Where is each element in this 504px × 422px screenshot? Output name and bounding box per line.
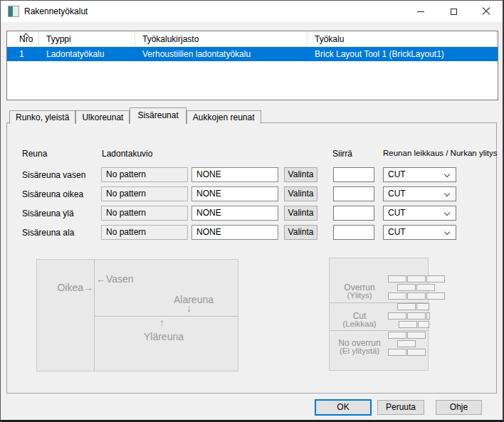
tool-list-cell: 1 (7, 49, 39, 59)
maximize-icon (451, 9, 457, 15)
tab-runko-yleistä[interactable]: Runko, yleistä (9, 110, 75, 124)
chevron-down-icon (444, 191, 450, 196)
label-alareuna: Alareuna (158, 294, 229, 305)
edge-row-label: Sisäreuna vasen (22, 170, 85, 180)
tool-list-column-header[interactable]: Tyyppi (39, 31, 135, 46)
tab-aukkojen-reunat[interactable]: Aukkojen reunat (187, 110, 261, 124)
column-header-label: Työkalukirjasto (142, 34, 199, 44)
minimize-button[interactable] (404, 1, 437, 22)
brick (399, 321, 417, 328)
valinta-button[interactable]: Valinta (284, 225, 317, 240)
cancel-button[interactable]: Peruuta (377, 400, 424, 415)
pattern-library-field: NONE (191, 167, 278, 182)
column-header-ladontakuvio: Ladontakuvio (102, 149, 152, 159)
edge-diagram-vertical-line (94, 260, 95, 371)
tool-list-cell: Brick Layout Tool 1 (BrickLayout1) (308, 49, 497, 59)
tool-list-column-header[interactable]: Työkalukirjasto (135, 31, 308, 46)
tool-list-column-header[interactable]: Nro (7, 31, 39, 46)
tab-sisäreunat[interactable]: Sisäreunat (130, 107, 186, 124)
brick (397, 303, 416, 310)
dialog-window: Rakennetyökalut NroTyyppiTyökalukirjasto… (0, 0, 504, 422)
cut-dropdown-value: CUT (388, 227, 406, 237)
title-bar: Rakennetyökalut (1, 1, 503, 22)
pattern-field: No pattern (101, 206, 188, 221)
cut-dropdown-value: CUT (388, 169, 406, 179)
label-oikea: Oikea→ (37, 282, 93, 293)
tab-bar: Runko, yleistäUlkoreunatSisäreunatAukkoj… (9, 107, 261, 124)
chevron-down-icon (444, 172, 450, 177)
chevron-down-icon (444, 229, 450, 235)
ok-button[interactable]: OK (315, 399, 372, 416)
brick (416, 303, 429, 310)
brick (407, 312, 426, 320)
close-button[interactable] (470, 1, 503, 22)
valinta-button[interactable]: Valinta (284, 186, 317, 201)
arrow-left-icon: ← (96, 273, 106, 285)
column-header-label: Työkalu (315, 34, 344, 44)
chevron-down-icon (444, 210, 450, 216)
label-cut: Cut(Leikkaa) (330, 312, 389, 328)
brick (426, 275, 445, 283)
tool-list-row[interactable]: 1LadontatyökaluVerhoustiilien ladontatyö… (7, 47, 498, 61)
app-icon (8, 6, 19, 17)
edge-diagram-horizontal-line (94, 316, 238, 317)
label-ylareuna: Yläreuna (128, 331, 199, 342)
tool-list-column-header[interactable]: Työkalu (308, 31, 497, 46)
label-no-overrun: No overrun(Ei ylitystä) (330, 339, 389, 355)
tool-list-cell: Ladontatyökalu (39, 49, 135, 59)
section-divider (330, 330, 428, 331)
brick (407, 292, 426, 300)
brick (416, 284, 435, 291)
pattern-field: No pattern (101, 186, 188, 201)
close-icon (482, 7, 490, 16)
edge-row-label: Sisäreuna oikea (22, 189, 83, 199)
brick (397, 284, 416, 291)
brick (426, 292, 445, 300)
pattern-library-field: NONE (191, 186, 278, 201)
brick (388, 312, 406, 320)
label-vasen: ←Vasen (96, 273, 134, 285)
maximize-button[interactable] (437, 1, 470, 22)
valinta-button[interactable]: Valinta (284, 206, 317, 221)
pattern-library-field: NONE (191, 206, 278, 221)
tool-list[interactable]: NroTyyppiTyökalukirjastoTyökalu 1Ladonta… (6, 31, 498, 100)
cut-dropdown[interactable]: CUT (383, 186, 456, 201)
overrun-diagram: Overrun(Ylitys) Cut(Leikkaa) No overrun(… (329, 258, 429, 371)
brick (407, 275, 426, 283)
arrow-up-icon: ↑ (159, 317, 164, 328)
arrow-down-icon: ↓ (187, 302, 191, 314)
column-header-reuna: Reuna (22, 149, 47, 159)
edge-row-label: Sisäreuna ylä (22, 209, 74, 218)
brick (388, 332, 406, 339)
cut-dropdown[interactable]: CUT (383, 167, 456, 182)
brick (407, 332, 426, 339)
siirra-input[interactable] (333, 167, 374, 182)
minimize-icon (417, 11, 424, 12)
cut-dropdown-value: CUT (388, 208, 406, 218)
siirra-input[interactable] (333, 186, 374, 201)
pattern-library-field: NONE (191, 225, 278, 240)
arrow-right-icon: → (83, 282, 93, 293)
tool-list-cell: Verhoustiilien ladontatyökalu (135, 49, 308, 59)
window-title: Rakennetyökalut (24, 6, 88, 16)
siirra-input[interactable] (333, 225, 374, 240)
brick (388, 349, 406, 356)
edge-row-label: Sisäreuna ala (22, 228, 74, 238)
brick (397, 340, 416, 347)
siirra-input[interactable] (333, 206, 374, 221)
label-overrun: Overrun(Ylitys) (330, 284, 389, 300)
help-button[interactable]: Ohje (436, 400, 482, 415)
tab-ulkoreunat[interactable]: Ulkoreunat (75, 110, 130, 124)
valinta-button[interactable]: Valinta (284, 167, 317, 182)
edge-form-row: Sisäreuna ala No pattern NONE Valinta CU… (1, 225, 504, 240)
brick (388, 292, 406, 300)
brick (418, 321, 429, 328)
edge-form-row: Sisäreuna ylä No pattern NONE Valinta CU… (1, 206, 504, 221)
brick (407, 349, 426, 356)
cut-dropdown[interactable]: CUT (383, 206, 456, 221)
cut-dropdown-value: CUT (388, 189, 406, 199)
cut-dropdown[interactable]: CUT (383, 225, 456, 240)
brick (426, 312, 430, 320)
column-header-leikkaus: Reunan leikkaus / Nurkan ylitys (383, 149, 497, 157)
column-header-label: Tyyppi (46, 34, 71, 44)
